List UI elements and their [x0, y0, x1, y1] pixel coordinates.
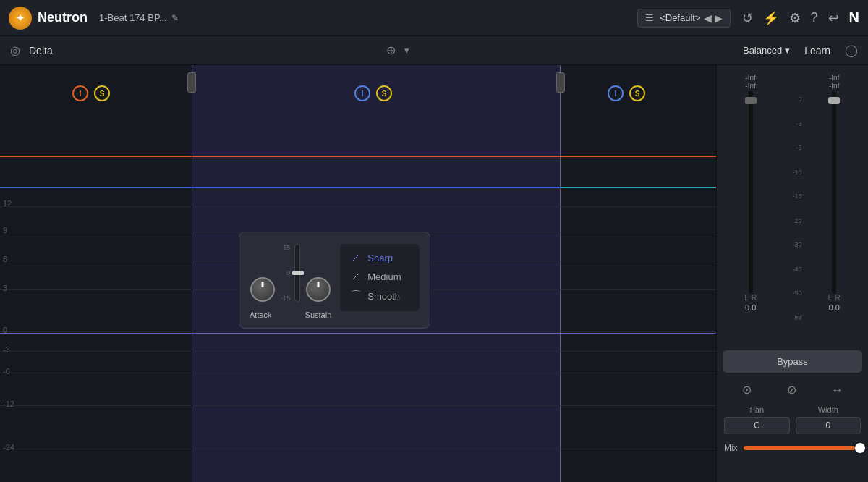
preset-list-icon: ☰ — [645, 12, 654, 23]
attack-knob[interactable] — [250, 277, 275, 302]
band-handle-1[interactable] — [187, 72, 196, 93]
band2-solo-button[interactable]: S — [376, 85, 392, 101]
balanced-button[interactable]: Balanced ▾ — [743, 45, 790, 56]
right-meter-group: -Inf -Inf L R 0.0 — [808, 74, 861, 343]
link-icon[interactable]: ⊕ — [386, 43, 396, 57]
width-value[interactable]: 0 — [796, 417, 861, 434]
right-panel: -Inf -Inf L R 0.0 0 -3 -6 -10 — [716, 65, 868, 482]
sustain-knob[interactable] — [306, 277, 331, 302]
mix-thumb[interactable] — [855, 443, 865, 453]
left-inf-top: -Inf — [746, 74, 756, 82]
right-lr-labels: L R — [828, 294, 841, 302]
main: I S I S I S 12 9 6 3 0 -3 -6 — [0, 65, 868, 482]
header: ✦ Neutron 1-Beat 174 BP... ✎ ☰ <Default>… — [0, 0, 868, 36]
balanced-label: Balanced — [743, 45, 782, 56]
curve-smooth-label: Smooth — [367, 291, 400, 302]
width-icon[interactable]: ↔ — [832, 384, 843, 397]
band2-power-button[interactable]: I — [354, 85, 370, 101]
right-r-label: R — [835, 294, 840, 302]
left-fader-track — [749, 91, 753, 294]
fader-top: 15 — [281, 244, 290, 251]
left-fader-container — [745, 91, 757, 294]
left-meter-group: -Inf -Inf L R 0.0 — [724, 74, 778, 343]
preset-name-display: <Default> — [660, 12, 700, 23]
preset-name-text: 1-Beat 174 BP... — [99, 12, 167, 23]
pan-section: Pan C — [724, 405, 790, 434]
grid-label-neg6: -6 — [3, 367, 10, 376]
band3-controls: I S — [608, 85, 645, 101]
preset-prev-button[interactable]: ◀ — [704, 12, 712, 24]
band3-solo-button[interactable]: S — [629, 85, 645, 101]
sharp-icon: ⟋ — [350, 251, 362, 264]
grid-line-neg6 — [0, 373, 716, 373]
left-panel: I S I S I S 12 9 6 3 0 -3 -6 — [0, 65, 716, 482]
pan-value[interactable]: C — [724, 417, 790, 434]
curve-smooth[interactable]: ⌒ Smooth — [350, 289, 409, 304]
band1-controls: I S — [72, 85, 110, 101]
grid-label-neg24: -24 — [3, 443, 14, 452]
right-inf-top: -Inf — [829, 74, 839, 82]
phase-icon[interactable]: ⊘ — [787, 383, 796, 397]
popup-panel: 15 0 -15 Attack — [239, 232, 430, 329]
db-scale: 0 -3 -6 -10 -15 -20 -30 -40 -50 -Inf — [783, 74, 802, 343]
knob-labels: Attack Sustain — [250, 310, 331, 319]
band3-power-button[interactable]: I — [608, 85, 624, 101]
link-chevron[interactable]: ▾ — [404, 45, 409, 56]
left-fader-thumb[interactable] — [745, 97, 757, 104]
mix-label: Mix — [724, 443, 738, 453]
fader-thumb[interactable] — [292, 271, 304, 275]
balanced-chevron: ▾ — [785, 45, 790, 56]
track-icon: ◎ — [10, 43, 20, 57]
right-l-label: L — [828, 294, 833, 302]
grid-line-neg3 — [0, 351, 716, 352]
edit-icon[interactable]: ✎ — [171, 13, 179, 23]
band1-power-button[interactable]: I — [72, 85, 88, 101]
blue-line — [0, 187, 582, 188]
history-icon[interactable]: ↺ — [742, 10, 753, 26]
mix-slider-track[interactable] — [744, 446, 861, 450]
lightning-icon[interactable]: ⚡ — [763, 10, 779, 26]
icon-row: ⊙ ⊘ ↔ — [724, 380, 861, 399]
right-value: 0.0 — [829, 303, 840, 312]
learn-button[interactable]: Learn — [799, 45, 836, 56]
smooth-icon: ⌒ — [350, 289, 362, 304]
pan-icon[interactable]: ⊙ — [742, 383, 752, 397]
fader-mid: 0 — [281, 269, 290, 276]
fader-scale: 15 0 -15 — [281, 244, 290, 302]
help-icon[interactable]: ? — [811, 10, 818, 25]
grid-line-12 — [0, 206, 716, 207]
preset-next-button[interactable]: ▶ — [715, 12, 723, 24]
preset-selector[interactable]: ☰ <Default> ◀ ▶ — [637, 9, 730, 28]
width-label: Width — [818, 405, 838, 414]
curve-sharp[interactable]: ⟋ Sharp — [350, 251, 409, 264]
grid-label-12: 12 — [3, 199, 12, 208]
profile-icon[interactable]: ↩ — [828, 10, 839, 26]
grid-label-9: 9 — [3, 226, 7, 234]
header-icons: ↺ ⚡ ⚙ ? ↩ N — [742, 9, 859, 26]
grid-label-neg3: -3 — [3, 345, 10, 354]
left-l-label: L — [744, 294, 749, 302]
knob-fader-section: 15 0 -15 Attack — [250, 244, 331, 319]
bypass-button[interactable]: Bypass — [723, 350, 862, 373]
grid-label-6: 6 — [3, 255, 7, 263]
pan-label: Pan — [749, 405, 764, 414]
knob-row: 15 0 -15 Attack — [250, 244, 331, 319]
left-top-label: -Inf -Inf — [746, 74, 756, 90]
grid-label-3: 3 — [3, 284, 7, 292]
gear-icon[interactable]: ⚙ — [789, 10, 801, 26]
right-fader-thumb[interactable] — [828, 97, 840, 104]
band1-solo-button[interactable]: S — [94, 85, 110, 101]
logo-area: ✦ Neutron — [9, 7, 99, 30]
attack-label: Attack — [250, 310, 272, 319]
width-section: Width 0 — [796, 405, 861, 434]
right-fader-container — [828, 91, 840, 294]
left-value: 0.0 — [745, 303, 756, 312]
curve-section: ⟋ Sharp ⟋ Medium ⌒ Smooth — [340, 244, 420, 311]
curve-medium[interactable]: ⟋ Medium — [350, 270, 409, 283]
fader-group: 15 0 -15 — [281, 244, 300, 302]
headphone-icon[interactable]: ◯ — [845, 43, 858, 57]
purple-bottom-line — [0, 333, 716, 334]
band-handle-2[interactable] — [556, 72, 565, 93]
fader-track[interactable] — [294, 244, 300, 302]
grid-line-0 — [0, 331, 716, 332]
